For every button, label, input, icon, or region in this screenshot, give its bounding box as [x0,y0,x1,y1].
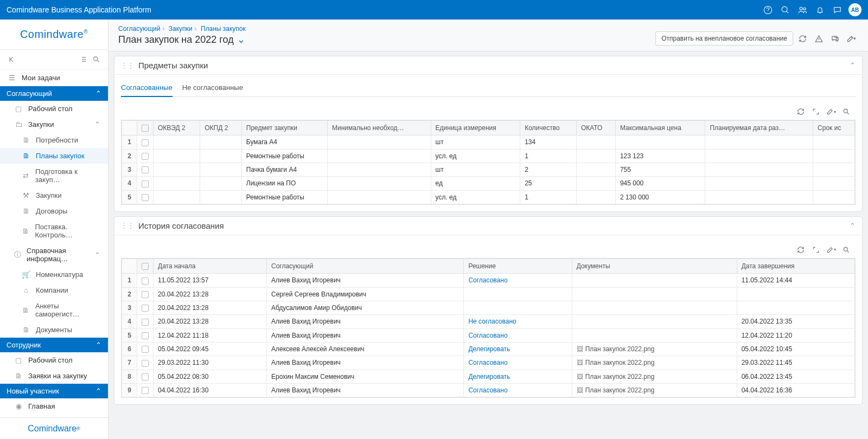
column-header[interactable]: ОКВЭД 2 [154,121,200,135]
column-header[interactable]: Единица измерения [431,121,520,135]
decision-link[interactable]: Согласовано [468,359,507,366]
tab-not-approved[interactable]: Не согласованные [182,81,243,96]
grip-icon[interactable]: ⋮⋮ [121,62,134,69]
users-icon[interactable] [794,2,810,18]
select-all-checkbox[interactable] [142,263,149,270]
column-header[interactable]: Документы [572,259,737,273]
title-dropdown-icon[interactable]: ⌄ [237,34,245,46]
row-checkbox[interactable] [142,360,149,367]
table-row[interactable]: 512.04.2022 11:18Алиев Вахид ИгоревичСог… [122,328,855,342]
decision-link[interactable]: Согласовано [468,276,507,284]
grid-expand-icon[interactable] [810,106,822,118]
help-icon[interactable] [760,2,776,18]
document-link[interactable]: 🖼План закупок 2022.png [577,373,655,380]
collapse-panel2-icon[interactable]: ⌃ [850,222,856,230]
nav-contracts[interactable]: 🗎Договоры [0,203,108,219]
nav-emp-desktop[interactable]: ▢Рабочий стол [0,352,108,368]
nav-documents[interactable]: 🗎Документы [0,322,108,338]
nav-desktop[interactable]: ▢Рабочий стол [0,101,108,117]
search-icon[interactable] [777,2,793,18]
column-header[interactable]: Дата завершения [737,259,854,273]
nav-section-employee[interactable]: Сотрудник⌃ [0,338,108,352]
nav-section-new[interactable]: Новый участник⌃ [0,384,108,398]
list-icon[interactable] [76,53,90,66]
column-header[interactable]: Предмет закупки [241,121,327,135]
row-checkbox[interactable] [142,346,149,353]
select-all-checkbox[interactable] [142,125,149,132]
nav-companies[interactable]: ⌂Компании [0,282,108,298]
row-checkbox[interactable] [142,153,149,160]
decision-link[interactable]: Не согласовано [468,318,516,325]
table-row[interactable]: 3Пачка бумаги А4шт2755 [122,163,855,176]
collapse-icon[interactable] [5,53,18,66]
edit-icon[interactable]: ▾ [844,31,858,46]
chat-icon[interactable] [829,2,845,18]
collapse-panel1-icon[interactable]: ⌃ [850,61,856,69]
decision-link[interactable]: Согласовано [468,332,507,339]
nav-purchases[interactable]: 🗀Закупки⌃ [0,117,108,132]
table-row[interactable]: 2Ремонтные работыусл. ед1123 123 [122,149,855,163]
row-checkbox[interactable] [142,277,149,285]
table-row[interactable]: 4Лицензии на ПОед25945 000 [122,177,855,190]
row-checkbox[interactable] [142,332,149,339]
grid-history[interactable]: Дата началаСогласующийРешениеДокументыДа… [121,258,856,398]
column-header[interactable]: ОКПД 2 [200,121,242,135]
row-checkbox[interactable] [142,387,149,394]
refresh-icon[interactable] [795,31,809,46]
decision-link[interactable]: Делегировать [468,345,510,353]
row-checkbox[interactable] [142,305,149,312]
grid2-refresh-icon[interactable] [795,244,807,256]
column-header[interactable]: Срок ис [813,121,855,135]
row-checkbox[interactable] [142,291,149,298]
grid-search-icon[interactable] [840,106,852,118]
row-checkbox[interactable] [142,373,149,380]
warning-icon[interactable] [812,31,826,46]
comment-icon[interactable] [828,31,842,46]
grid2-edit-icon[interactable]: ▾ [825,244,837,256]
nav-plans[interactable]: 🗎Планы закупок [0,148,108,164]
grid2-search-icon[interactable] [840,244,852,256]
table-row[interactable]: 320.04.2022 13:28Абдусалимов Амир Обидов… [122,301,855,314]
nav-prep[interactable]: ⇄Подготовка к закуп… [0,164,108,188]
row-checkbox[interactable] [142,139,149,146]
decision-link[interactable]: Согласовано [468,386,507,394]
row-checkbox[interactable] [142,194,149,201]
grid-subjects[interactable]: ОКВЭД 2ОКПД 2Предмет закупкиМинимально н… [121,120,856,205]
column-header[interactable]: Планируемая дата раз… [705,121,813,135]
crumb-0[interactable]: Согласующий [118,25,160,33]
column-header[interactable]: Решение [464,259,572,273]
grid2-expand-icon[interactable] [810,244,822,256]
table-row[interactable]: 420.04.2022 13:28Алиев Вахид ИгоревичНе … [122,315,855,328]
table-row[interactable]: 111.05.2022 13:57Алиев Вахид ИгоревичСог… [122,274,855,287]
send-approval-button[interactable]: Отправить на внеплановое согласование [655,31,793,46]
nav-home[interactable]: ◉Главная [0,398,108,414]
crumb-2[interactable]: Планы закупок [201,25,246,33]
table-row[interactable]: 805.04.2022 08:30Ерохин Максим Семенович… [122,370,855,383]
logo[interactable]: Comindware® [0,20,108,50]
row-checkbox[interactable] [142,180,149,188]
nav-forms[interactable]: 🗎Анкеты саморегист… [0,298,108,322]
column-header[interactable]: Дата начала [154,259,267,273]
table-row[interactable]: 904.04.2022 16:30Алиев Вахид ИгоревичСог… [122,383,855,397]
bell-icon[interactable] [812,2,828,18]
search-sidebar-icon[interactable] [90,53,103,66]
document-link[interactable]: 🖼План закупок 2022.png [577,345,655,353]
table-row[interactable]: 5Ремонтные работыусл. ед12 130 000 [122,190,855,204]
avatar[interactable]: АВ [848,3,861,16]
row-checkbox[interactable] [142,319,149,326]
column-header[interactable]: Максимальная цена [615,121,705,135]
column-header[interactable]: Согласующий [266,259,463,273]
column-header[interactable]: Минимально необход… [328,121,431,135]
nav-emp-requests[interactable]: 🗎Заявки на закупку [0,368,108,384]
table-row[interactable]: 729.03.2022 11:30Алиев Вахид ИгоревичСог… [122,356,855,370]
footer-logo[interactable]: Comindware® [0,417,108,439]
nav-delivery[interactable]: 🗎Поставка. Контроль… [0,219,108,243]
document-link[interactable]: 🖼План закупок 2022.png [577,359,655,366]
crumb-1[interactable]: Закупки [169,25,193,33]
column-header[interactable]: Количество [520,121,577,135]
decision-link[interactable]: Делегировать [468,373,510,380]
column-header[interactable]: ОКАТО [576,121,615,135]
nav-reference[interactable]: ⓘСправочная информац…⌃ [0,243,108,267]
grid-refresh-icon[interactable] [795,106,807,118]
grid-edit-icon[interactable]: ▾ [825,106,837,118]
